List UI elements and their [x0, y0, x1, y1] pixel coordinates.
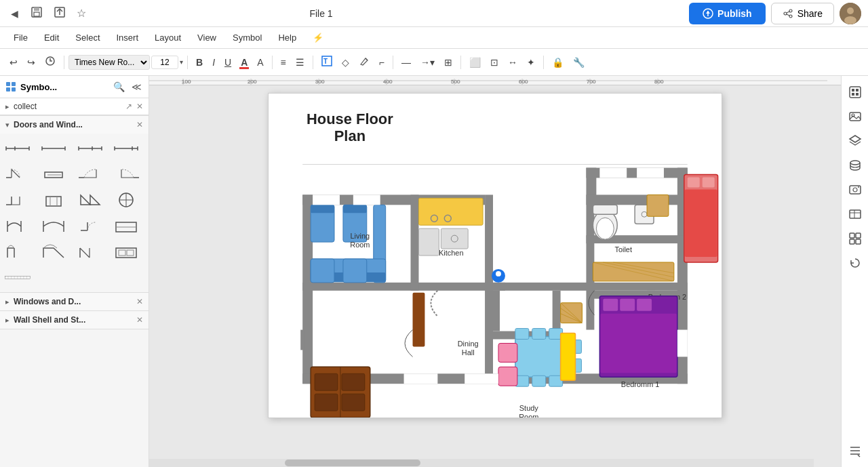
svg-rect-93 — [411, 195, 419, 290]
shape-button[interactable]: ⌐ — [375, 54, 389, 70]
symbol-item[interactable] — [75, 188, 105, 212]
frame-button[interactable]: ⬜ — [465, 54, 485, 70]
symbol-item[interactable] — [3, 188, 33, 212]
crop-button[interactable]: ⊡ — [486, 54, 502, 70]
wrench-button[interactable]: 🔧 — [569, 54, 589, 70]
database-sidebar-button[interactable] — [844, 155, 866, 176]
symbol-item[interactable] — [39, 214, 68, 238]
align2-button[interactable]: ☰ — [292, 54, 309, 70]
star-button[interactable]: ☆ — [74, 5, 89, 21]
format-sidebar-button[interactable] — [844, 81, 866, 103]
expand-button[interactable]: ↔ — [504, 54, 521, 70]
layers-sidebar-button[interactable] — [844, 130, 866, 152]
svg-rect-168 — [498, 367, 517, 386]
text-tool-button[interactable]: T — [317, 53, 336, 71]
symbol-item[interactable] — [39, 136, 68, 161]
collect-external-button[interactable]: ↗ — [125, 102, 132, 111]
svg-rect-194 — [850, 210, 861, 218]
menu-edit[interactable]: Edit — [37, 30, 66, 45]
svg-rect-152 — [532, 329, 546, 340]
history-button[interactable] — [41, 53, 60, 71]
panel-collapse-button[interactable]: ≪ — [130, 80, 143, 94]
titlebar: ◀ ☆ File 1 Publish Share — [0, 0, 868, 27]
table-sidebar-button[interactable] — [844, 203, 866, 225]
svg-text:Plan: Plan — [334, 127, 366, 144]
multi-button[interactable]: ⊞ — [440, 54, 456, 70]
symbol-item[interactable] — [111, 162, 141, 186]
underline-button[interactable]: U — [220, 54, 235, 70]
align-left-button[interactable]: ≡ — [277, 54, 290, 70]
windows-section-header[interactable]: ▸ Windows and D... ✕ — [0, 293, 149, 310]
symbol-item[interactable] — [75, 162, 105, 186]
undo-button[interactable]: ↩ — [5, 54, 22, 70]
italic-button[interactable]: I — [208, 54, 219, 70]
font-family-select[interactable]: Times New Ro... Arial Helvetica — [68, 55, 150, 70]
image-sidebar-button[interactable] — [844, 106, 866, 127]
symbol-item[interactable] — [39, 162, 68, 186]
line-button[interactable]: — — [397, 54, 415, 70]
pen-button[interactable] — [355, 53, 374, 71]
file-title: File 1 — [94, 8, 548, 19]
redo-button[interactable]: ↪ — [23, 54, 39, 70]
save-button[interactable] — [28, 5, 45, 22]
svg-text:500: 500 — [451, 79, 460, 85]
symbol-item[interactable] — [3, 162, 33, 186]
menu-layout[interactable]: Layout — [148, 30, 188, 45]
transform-button[interactable]: ✦ — [523, 54, 539, 70]
svg-point-193 — [858, 186, 859, 188]
windows-close-button[interactable]: ✕ — [136, 297, 143, 306]
menu-view[interactable]: View — [191, 30, 223, 45]
back-button[interactable]: ◀ — [7, 5, 22, 22]
share-upload-button[interactable] — [51, 5, 68, 22]
symbol-item[interactable] — [111, 188, 141, 212]
collect-close-button[interactable]: ✕ — [136, 102, 143, 111]
symbol-item[interactable] — [75, 136, 105, 161]
menu-symbol[interactable]: Symbol — [226, 30, 269, 45]
symbol-item[interactable] — [3, 136, 33, 161]
canvas-area[interactable]: 100 200 300 400 500 600 700 800 House Fl… — [149, 76, 841, 467]
horizontal-scrollbar[interactable] — [149, 459, 814, 467]
history-sidebar-button[interactable] — [844, 252, 866, 274]
svg-point-9 — [789, 15, 792, 18]
menu-lines-sidebar-button[interactable] — [844, 440, 866, 462]
photo-sidebar-button[interactable] — [844, 179, 866, 201]
panel-search-button[interactable]: 🔍 — [112, 80, 126, 94]
collect-header[interactable]: ▸ collect ↗ ✕ — [0, 98, 149, 115]
share-button[interactable]: Share — [771, 3, 834, 24]
menu-select[interactable]: Select — [68, 30, 106, 45]
menu-file[interactable]: File — [7, 30, 35, 45]
arrow-button[interactable]: →▾ — [416, 54, 439, 70]
wall-shell-section-header[interactable]: ▸ Wall Shell and St... ✕ — [0, 311, 149, 329]
symbol-item[interactable] — [111, 136, 141, 161]
svg-line-18 — [366, 58, 368, 60]
symbol-item[interactable] — [111, 214, 141, 238]
symbol-item[interactable] — [39, 239, 68, 264]
font-color-button[interactable]: A — [237, 54, 252, 70]
svg-rect-132 — [703, 177, 715, 187]
publish-button[interactable]: Publish — [689, 3, 766, 24]
avatar[interactable] — [840, 3, 861, 24]
bold-button[interactable]: B — [192, 54, 207, 70]
symbol-item[interactable] — [3, 214, 33, 238]
fill-button[interactable]: ◇ — [338, 54, 353, 70]
svg-text:400: 400 — [383, 79, 393, 85]
symbol-item[interactable] — [75, 239, 105, 264]
symbol-item[interactable] — [3, 265, 33, 289]
format-text-button[interactable]: A — [253, 54, 267, 70]
menu-insert[interactable]: Insert — [110, 30, 146, 45]
floor-plan-container[interactable]: House Floor Plan — [268, 93, 722, 418]
svg-point-14 — [844, 16, 856, 24]
wall-shell-close-button[interactable]: ✕ — [136, 315, 143, 325]
zoom-sidebar-button[interactable] — [844, 228, 866, 249]
font-size-input[interactable] — [151, 56, 178, 69]
doors-section-header[interactable]: ▾ Doors and Wind... ✕ — [0, 116, 149, 134]
symbol-item[interactable] — [75, 214, 105, 238]
menu-help[interactable]: Help — [271, 30, 303, 45]
symbol-item[interactable] — [39, 188, 68, 212]
doors-close-button[interactable]: ✕ — [136, 120, 143, 129]
menu-extra[interactable]: ⚡ — [306, 30, 330, 45]
lock-button[interactable]: 🔒 — [548, 54, 568, 70]
svg-rect-123 — [413, 293, 425, 347]
symbol-item[interactable] — [3, 239, 33, 264]
symbol-item[interactable] — [111, 239, 141, 264]
